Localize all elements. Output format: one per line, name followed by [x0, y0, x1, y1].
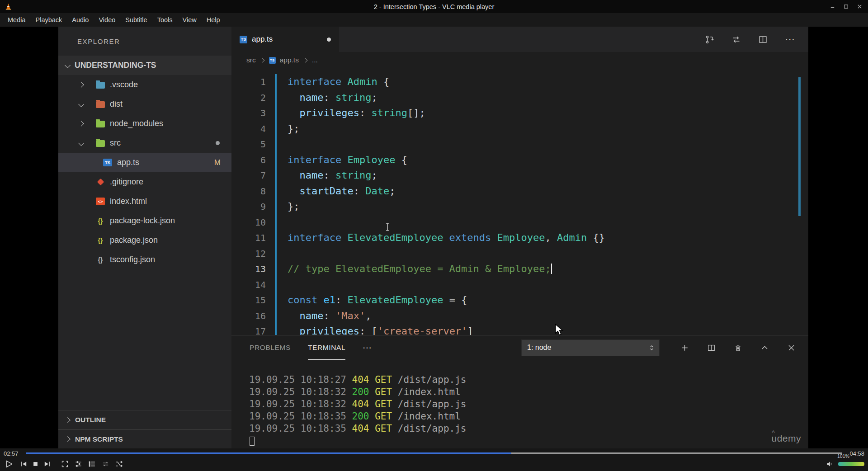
- menu-playback[interactable]: Playback: [31, 13, 67, 27]
- menu-subtitle[interactable]: Subtitle: [120, 13, 152, 27]
- shuffle-button[interactable]: [114, 459, 124, 470]
- git-icon: [96, 178, 105, 186]
- typescript-icon: TS: [269, 57, 276, 64]
- explorer-item-dist[interactable]: dist: [58, 94, 231, 114]
- fullscreen-button[interactable]: [60, 459, 70, 470]
- code-line[interactable]: 14: [231, 277, 808, 293]
- section-outline[interactable]: OUTLINE: [58, 410, 231, 429]
- loop-button[interactable]: [100, 459, 111, 470]
- split-terminal-button[interactable]: [707, 344, 716, 352]
- code-text: name: string;: [277, 168, 377, 184]
- terminal-select[interactable]: 1: node: [521, 339, 660, 356]
- play-button[interactable]: [4, 459, 14, 470]
- explorer-item-.gitignore[interactable]: .gitignore: [58, 172, 231, 192]
- menu-media[interactable]: Media: [3, 13, 31, 27]
- file-label: node_modules: [110, 119, 163, 128]
- explorer-item-package-lock.json[interactable]: {}package-lock.json: [58, 211, 231, 231]
- line-number: 2: [231, 90, 266, 106]
- window-title: 2 - Intersection Types - VLC media playe…: [0, 3, 868, 10]
- tab-terminal[interactable]: TERMINAL: [308, 335, 345, 360]
- code-text: interface ElevatedEmployee extends Emplo…: [277, 230, 605, 246]
- explorer-item-package.json[interactable]: {}package.json: [58, 231, 231, 250]
- menu-video[interactable]: Video: [94, 13, 120, 27]
- open-changes-icon[interactable]: [731, 35, 741, 44]
- explorer-item-node_modules[interactable]: node_modules: [58, 114, 231, 133]
- code-line[interactable]: 5: [231, 137, 808, 152]
- panel-more-icon[interactable]: ⋯: [363, 342, 372, 353]
- line-number: 11: [231, 230, 266, 246]
- code-line[interactable]: 13// type ElevatedEmployee = Admin & Emp…: [231, 261, 808, 277]
- breadcrumb-more[interactable]: ...: [312, 56, 318, 64]
- code-line[interactable]: 12: [231, 246, 808, 262]
- extended-settings-button[interactable]: [73, 459, 84, 470]
- terminal-output[interactable]: 19.09.25 10:18:27 404 GET /dist/app.js19…: [231, 360, 808, 435]
- code-line[interactable]: 3 privileges: string[];: [231, 105, 808, 121]
- stop-button[interactable]: [30, 459, 41, 470]
- code-line[interactable]: 6interface Employee {: [231, 152, 808, 168]
- video-area[interactable]: EXPLORER UNDERSTANDING-TS .vscodedistnod…: [0, 27, 868, 448]
- line-number: 16: [231, 308, 266, 324]
- menu-help[interactable]: Help: [202, 13, 225, 27]
- seek-bar[interactable]: [26, 452, 842, 454]
- code-line[interactable]: 1interface Admin {: [231, 74, 808, 90]
- kill-terminal-button[interactable]: [734, 344, 742, 352]
- folder-icon: [96, 121, 105, 127]
- playlist-button[interactable]: [87, 459, 97, 470]
- chevron-down-icon: [78, 101, 84, 107]
- menu-tools[interactable]: Tools: [152, 13, 178, 27]
- menu-audio[interactable]: Audio: [67, 13, 94, 27]
- terminal-select-value: 1: node: [527, 344, 551, 352]
- line-number: 6: [231, 152, 266, 168]
- unsaved-dot-icon[interactable]: [327, 38, 331, 42]
- code-line[interactable]: 7 name: string;: [231, 168, 808, 184]
- code-line[interactable]: 2 name: string;: [231, 90, 808, 106]
- volume-percent: 101%: [837, 453, 849, 459]
- code-line[interactable]: 16 name: 'Max',: [231, 308, 808, 324]
- file-label: .vscode: [110, 80, 138, 89]
- code-text: };: [277, 121, 300, 137]
- menu-view[interactable]: View: [178, 13, 202, 27]
- explorer-item-app.ts[interactable]: TSapp.tsM: [58, 153, 231, 172]
- code-line[interactable]: 10: [231, 215, 808, 231]
- chevron-down-icon: [65, 62, 71, 68]
- split-editor-icon[interactable]: [758, 35, 768, 44]
- chevron-slot: [79, 83, 96, 87]
- explorer-item-.vscode[interactable]: .vscode: [58, 75, 231, 94]
- player-controls: 02:57 04:58 101%: [0, 448, 868, 471]
- minimize-button[interactable]: [828, 3, 836, 11]
- code-line[interactable]: 15const e1: ElevatedEmployee = {: [231, 292, 808, 308]
- chevron-down-icon: [78, 140, 84, 146]
- title-bar: 2 - Intersection Types - VLC media playe…: [0, 0, 868, 13]
- close-panel-button[interactable]: [787, 344, 796, 352]
- close-button[interactable]: [855, 3, 863, 11]
- file-label: index.html: [110, 197, 147, 206]
- speaker-icon[interactable]: [825, 459, 835, 470]
- maximize-button[interactable]: [842, 3, 850, 11]
- tab-app-ts[interactable]: TS app.ts: [231, 27, 339, 52]
- code-line[interactable]: 11interface ElevatedEmployee extends Emp…: [231, 230, 808, 246]
- tab-problems[interactable]: PROBLEMS: [250, 335, 291, 360]
- more-actions-icon[interactable]: ⋯: [785, 37, 796, 42]
- code-line[interactable]: 9};: [231, 199, 808, 215]
- breadcrumb-folder[interactable]: src: [246, 56, 256, 64]
- explorer-item-src[interactable]: src: [58, 133, 231, 153]
- typescript-icon: TS: [240, 36, 247, 43]
- breadcrumb-file[interactable]: app.ts: [280, 56, 299, 64]
- explorer-item-tsconfig.json[interactable]: {}tsconfig.json: [58, 250, 231, 269]
- overview-ruler[interactable]: [798, 77, 801, 216]
- section-npm-scripts[interactable]: NPM SCRIPTS: [58, 429, 231, 448]
- maximize-panel-button[interactable]: [760, 344, 769, 352]
- terminal-line: 19.09.25 10:18:32 404 GET /dist/app.js: [249, 398, 808, 410]
- explorer-root-folder[interactable]: UNDERSTANDING-TS: [58, 56, 231, 75]
- code-line[interactable]: 4};: [231, 121, 808, 137]
- html-icon: <>: [96, 198, 105, 205]
- code-line[interactable]: 8 startDate: Date;: [231, 184, 808, 199]
- next-button[interactable]: [42, 459, 52, 470]
- line-number: 7: [231, 168, 266, 184]
- previous-button[interactable]: [19, 459, 29, 470]
- new-terminal-button[interactable]: [680, 344, 689, 352]
- panel-actions: [680, 344, 808, 352]
- explorer-item-index.html[interactable]: <>index.html: [58, 192, 231, 211]
- volume-slider[interactable]: [838, 462, 864, 466]
- git-compare-icon[interactable]: [705, 35, 714, 44]
